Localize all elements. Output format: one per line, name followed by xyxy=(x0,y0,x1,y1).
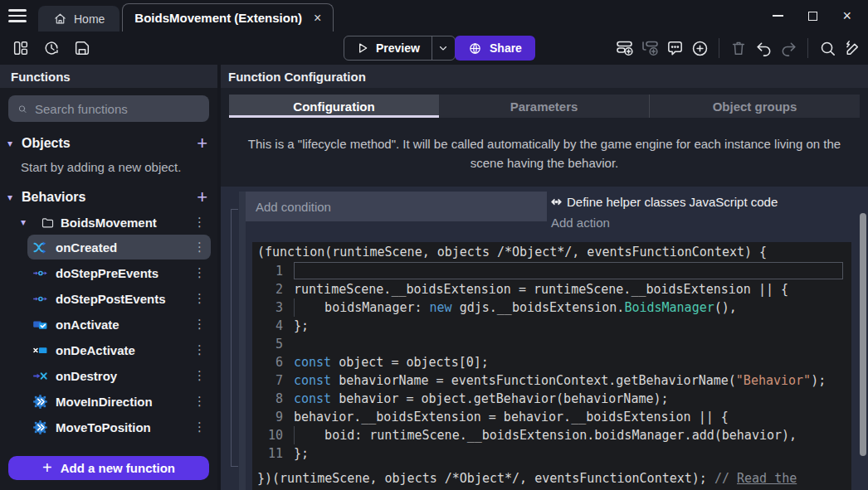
code-line[interactable]: 10 boid: runtimeScene.__boidsExtension.b… xyxy=(252,426,851,444)
code-line[interactable]: 7const behaviorName = eventsFunctionCont… xyxy=(252,371,851,390)
js-code-editor[interactable]: (function(runtimeScene, objects /*Object… xyxy=(252,242,851,490)
caret-down-icon[interactable]: ▾ xyxy=(7,138,22,149)
step-events-icon xyxy=(32,265,48,281)
tab-parameters[interactable]: Parameters xyxy=(439,95,650,118)
search-functions-box xyxy=(8,95,209,122)
function-item-dosteppostevents[interactable]: doStepPostEvents ⋮ xyxy=(27,286,211,311)
search-icon xyxy=(17,102,27,116)
add-event-icon[interactable] xyxy=(614,37,636,59)
function-label: doStepPostEvents xyxy=(56,292,166,306)
code-line[interactable]: 9behavior.__boidsExtension = behavior.__… xyxy=(252,408,851,426)
comment-slashes: // xyxy=(714,471,737,486)
kebab-menu-icon[interactable]: ⋮ xyxy=(193,291,206,306)
history-icon[interactable] xyxy=(41,37,62,59)
kebab-menu-icon[interactable]: ⋮ xyxy=(193,265,206,280)
line-content[interactable]: behavior.__boidsExtension = behavior.__b… xyxy=(294,408,851,426)
line-content[interactable]: const behavior = object.getBehavior(beha… xyxy=(294,390,851,408)
tab-boidsmovement[interactable]: BoidsMovement (Extension) × xyxy=(122,3,334,32)
code-line[interactable]: 8const behavior = object.getBehavior(beh… xyxy=(252,390,851,408)
line-content[interactable]: boidsManager: new gdjs.__boidsExtension.… xyxy=(294,298,851,317)
code-line[interactable]: 6const object = objects[0]; xyxy=(252,353,851,371)
code-line[interactable]: 11}; xyxy=(252,444,851,463)
line-content[interactable]: runtimeScene.__boidsExtension = runtimeS… xyxy=(294,280,851,298)
tab-close-icon[interactable]: × xyxy=(314,11,321,26)
function-item-dosteppreevents[interactable]: doStepPreEvents ⋮ xyxy=(27,260,211,285)
function-configuration-panel: Function Configuration Configuration Par… xyxy=(221,65,868,490)
code-line[interactable]: 3 boidsManager: new gdjs.__boidsExtensio… xyxy=(252,298,851,317)
code-line[interactable]: 5 xyxy=(252,335,851,353)
line-content[interactable]: }; xyxy=(294,317,851,335)
preview-label: Preview xyxy=(376,41,420,55)
line-content[interactable]: const object = objects[0]; xyxy=(294,353,851,371)
add-object-button[interactable]: + xyxy=(197,135,207,152)
kebab-menu-icon[interactable]: ⋮ xyxy=(193,394,206,409)
minimize-icon[interactable] xyxy=(773,15,783,17)
line-number: 1 xyxy=(252,262,294,280)
maximize-icon[interactable] xyxy=(808,12,817,21)
caret-down-icon[interactable]: ▾ xyxy=(21,216,35,228)
events-sheet: Add condition Define helper classes Java… xyxy=(221,187,868,490)
function-item-onactivate[interactable]: onActivate ⋮ xyxy=(27,312,211,337)
tab-object-groups[interactable]: Object groups xyxy=(650,95,860,118)
js-event-title-row[interactable]: Define helper classes JavaScript code xyxy=(547,192,851,212)
function-item-movetoposition[interactable]: MoveToPosition ⋮ xyxy=(27,415,211,439)
share-button[interactable]: Share xyxy=(455,36,535,61)
line-content[interactable]: }; xyxy=(294,444,851,463)
kebab-menu-icon[interactable]: ⋮ xyxy=(193,215,206,230)
line-content[interactable] xyxy=(294,262,843,279)
kebab-menu-icon[interactable]: ⋮ xyxy=(193,342,206,357)
add-subevent-icon[interactable] xyxy=(639,37,661,59)
add-comment-icon[interactable] xyxy=(664,37,685,59)
tab-configuration[interactable]: Configuration xyxy=(229,95,439,118)
behavior-folder-boidsmovement[interactable]: ▾ BoidsMovement ⋮ xyxy=(0,211,217,234)
event-bracket[interactable] xyxy=(231,209,238,467)
kebab-menu-icon[interactable]: ⋮ xyxy=(193,420,206,434)
kebab-menu-icon[interactable]: ⋮ xyxy=(193,368,206,383)
behaviors-section-header[interactable]: ▾ Behaviors + xyxy=(0,187,217,208)
code-line[interactable]: 2runtimeScene.__boidsExtension = runtime… xyxy=(252,280,851,298)
lifecycle-created-icon xyxy=(32,240,48,255)
trash-icon[interactable] xyxy=(728,37,749,59)
add-condition-button[interactable]: Add condition xyxy=(246,192,547,221)
search-functions-input[interactable] xyxy=(35,102,200,116)
js-event-title: Define helper classes JavaScript code xyxy=(567,195,778,209)
function-label: MoveInDirection xyxy=(56,395,153,409)
code-footer-line: })(runtimeScene, objects /*Object*/, eve… xyxy=(252,470,833,490)
line-content[interactable] xyxy=(294,335,851,353)
line-number: 10 xyxy=(252,426,294,444)
line-number: 8 xyxy=(252,390,294,408)
deactivate-icon xyxy=(32,342,48,358)
line-content[interactable]: boid: runtimeScene.__boidsExtension.boid… xyxy=(294,426,851,444)
search-icon[interactable] xyxy=(817,37,838,59)
line-content[interactable]: const behaviorName = eventsFunctionConte… xyxy=(294,371,851,390)
kebab-menu-icon[interactable]: ⋮ xyxy=(193,317,206,332)
vertical-scrollbar[interactable] xyxy=(860,213,866,456)
add-action-button[interactable]: Add action xyxy=(547,212,851,232)
step-events-icon xyxy=(32,291,48,307)
function-item-moveindirection[interactable]: MoveInDirection ⋮ xyxy=(27,389,211,414)
undo-icon[interactable] xyxy=(753,37,774,59)
function-item-ondestroy[interactable]: onDestroy ⋮ xyxy=(27,363,211,388)
add-behavior-button[interactable]: + xyxy=(197,189,207,206)
hamburger-menu-icon[interactable] xyxy=(8,6,27,26)
code-line[interactable]: 4}; xyxy=(252,317,851,335)
add-new-function-button[interactable]: + Add a new function xyxy=(8,456,209,480)
preview-button[interactable]: Preview xyxy=(344,36,432,60)
js-code-event[interactable]: Add condition Define helper classes Java… xyxy=(239,192,851,490)
tab-home-label: Home xyxy=(74,12,105,26)
edit-pen-icon[interactable] xyxy=(841,37,863,59)
caret-down-icon[interactable]: ▾ xyxy=(7,192,22,203)
add-circle-icon[interactable] xyxy=(689,37,710,59)
function-item-oncreated[interactable]: onCreated ⋮ xyxy=(27,235,211,260)
code-line[interactable]: 1 xyxy=(252,262,851,280)
panels-icon[interactable] xyxy=(10,37,32,59)
objects-section-header[interactable]: ▾ Objects + xyxy=(0,133,217,154)
function-item-ondeactivate[interactable]: onDeActivate ⋮ xyxy=(27,337,211,362)
window-close-icon[interactable]: × xyxy=(842,11,851,21)
line-number: 6 xyxy=(252,353,294,371)
tab-home[interactable]: Home xyxy=(38,6,119,32)
kebab-menu-icon[interactable]: ⋮ xyxy=(193,240,206,255)
preview-dropdown-button[interactable] xyxy=(432,36,455,60)
redo-icon[interactable] xyxy=(778,37,799,59)
save-icon[interactable] xyxy=(71,37,93,59)
